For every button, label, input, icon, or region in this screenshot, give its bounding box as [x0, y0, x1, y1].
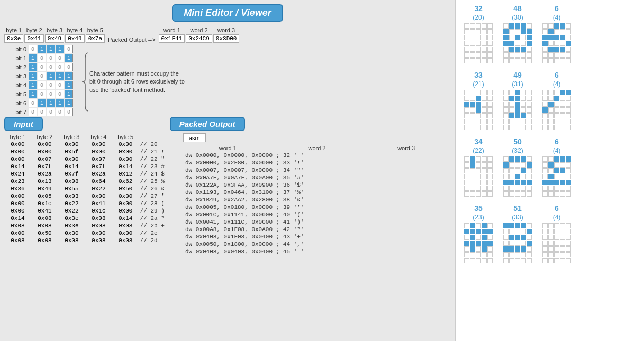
bit-row-3: bit 310111 [10, 72, 74, 80]
char-cell [464, 191, 469, 197]
char-cell [476, 125, 481, 130]
char-cell [566, 252, 571, 257]
char-cell [482, 90, 487, 95]
bit-cell-2-0: 1 [29, 63, 37, 71]
input-row-11: 0x080x080x3e0x080x08// 2b + [4, 222, 179, 229]
char-cell [509, 23, 514, 29]
char-cell [566, 229, 571, 234]
input-cell-0-5: // 20 [139, 141, 179, 148]
char-cell [470, 229, 475, 234]
byte-label-5: byte 5 [87, 27, 103, 33]
char-grid [503, 23, 532, 63]
char-cell [548, 191, 554, 197]
main-container: Mini Editor / Viewer byte 1 0x3ebyte 2 0… [0, 0, 644, 341]
char-cell [482, 174, 487, 179]
char-cell [503, 246, 509, 252]
bit-cell-6-3: 1 [56, 99, 64, 107]
char-cell [527, 162, 532, 168]
char-cell [542, 125, 548, 130]
char-cell [515, 58, 520, 63]
char-cell [487, 258, 493, 263]
char-cell [515, 96, 520, 101]
char-num: 33 [474, 71, 483, 79]
input-cell-6-0: 0x36 [4, 185, 31, 192]
char-cell [509, 252, 514, 257]
char-cell [527, 252, 532, 257]
char-cell [476, 180, 481, 185]
packed-cell-7: dw 0x0005, 0x0180, 0x0000 ; 39 ''' [183, 204, 451, 211]
char-cell [509, 125, 514, 130]
char-cell [554, 58, 559, 63]
char-cell [566, 186, 571, 191]
char-sub: (20) [473, 14, 484, 21]
char-cell [521, 35, 526, 40]
annotation-text: Character pattern must occupy the bit 0 … [89, 70, 185, 94]
input-cell-6-3: 0x22 [85, 185, 112, 192]
byte-col-4: byte 4 0x49 [65, 27, 84, 43]
char-cell [515, 162, 520, 168]
char-cell [566, 125, 571, 130]
input-cell-2-1: 0x07 [31, 155, 58, 163]
char-cell [470, 96, 475, 101]
char-cell [509, 52, 514, 58]
char-cell [487, 223, 493, 228]
char-cell [470, 90, 475, 95]
char-cell [548, 246, 554, 252]
char-sub: (21) [473, 80, 484, 88]
bit-cell-3-0: 1 [29, 72, 37, 80]
char-cell [554, 102, 559, 107]
input-cell-10-2: 0x3e [58, 215, 85, 222]
char-cell [509, 168, 514, 173]
char-cell [566, 107, 571, 113]
char-cell [515, 52, 520, 58]
char-cell [527, 96, 532, 101]
char-cell [464, 119, 469, 124]
bit-row-label-1: bit 1 [10, 55, 26, 61]
bit-cell-6-4: 1 [65, 99, 73, 107]
char-cell [464, 35, 469, 40]
tab-asm[interactable]: asm [183, 133, 206, 142]
char-cell [548, 223, 554, 228]
char-cell [464, 229, 469, 234]
char-cell [476, 90, 481, 95]
input-cell-8-1: 0x1c [31, 200, 58, 207]
char-cell [476, 174, 481, 179]
char-cell [503, 168, 509, 173]
char-cell [548, 29, 554, 34]
char-cell [560, 119, 565, 124]
char-cell [542, 229, 548, 234]
packed-row-8: dw 0x001C, 0x1141, 0x0000 ; 40 '(' [183, 211, 451, 218]
char-grid [503, 223, 532, 263]
char-cell [482, 246, 487, 252]
char-cell [470, 235, 475, 240]
input-cell-11-5: // 2b + [139, 222, 179, 229]
input-header-3: byte 4 [85, 133, 112, 141]
char-cell [476, 156, 481, 162]
input-header-4: byte 5 [112, 133, 139, 141]
char-sub: (31) [512, 80, 523, 88]
char-cell [548, 252, 554, 257]
char-cell [560, 41, 565, 46]
bit-row-label-6: bit 6 [10, 100, 26, 106]
char-cell [487, 191, 493, 197]
char-cell [503, 41, 509, 46]
char-cell [470, 156, 475, 162]
input-cell-0-2: 0x00 [58, 141, 85, 148]
char-cell [527, 29, 532, 34]
char-cell [548, 162, 554, 168]
char-cell [482, 119, 487, 124]
char-cell [515, 174, 520, 179]
char-cell [542, 174, 548, 179]
char-cell [521, 252, 526, 257]
input-cell-13-1: 0x08 [31, 237, 58, 244]
char-cell [509, 258, 514, 263]
char-cell [548, 23, 554, 29]
char-cell [464, 241, 469, 246]
bit-cell-0-0: 0 [29, 45, 37, 53]
char-cell [476, 47, 481, 52]
char-num: 48 [513, 4, 522, 13]
input-cell-11-4: 0x08 [112, 222, 139, 229]
byte-label-4: byte 4 [67, 27, 83, 33]
char-cell [515, 229, 520, 234]
input-cell-4-1: 0x2a [31, 170, 58, 178]
